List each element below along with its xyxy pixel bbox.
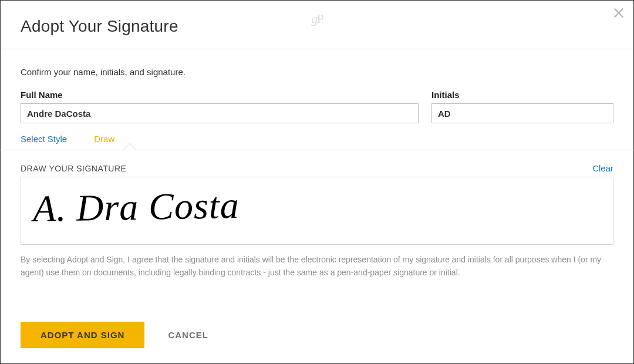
clear-link[interactable]: Clear [592,163,613,173]
draw-section: DRAW YOUR SIGNATURE Clear A. Dra Costa B… [1,150,633,279]
cancel-button[interactable]: CANCEL [168,330,208,340]
drawn-signature: A. Dra Costa [32,179,240,235]
fields-row: Full Name Initials [21,90,613,123]
dialog-content: Confirm your name, initials, and signatu… [1,49,633,150]
tab-draw[interactable]: Draw [94,134,114,144]
initials-input[interactable] [431,103,613,123]
signature-canvas[interactable]: A. Dra Costa [21,177,613,245]
draw-header-row: DRAW YOUR SIGNATURE Clear [21,163,613,173]
legal-disclaimer: By selecting Adopt and Sign, I agree tha… [21,253,613,279]
instruction-text: Confirm your name, initials, and signatu… [21,67,613,77]
initials-label: Initials [431,90,613,100]
dialog-title: Adopt Your Signature [21,17,613,36]
dialog-footer: ADOPT AND SIGN CANCEL [1,308,633,363]
dialog-header: Adopt Your Signature [1,1,633,49]
fullname-label: Full Name [21,90,419,100]
draw-heading: DRAW YOUR SIGNATURE [21,164,126,173]
tab-divider [0,150,634,150]
tab-select-style[interactable]: Select Style [21,134,67,144]
close-icon[interactable] [612,6,625,19]
adopt-signature-dialog: gP Adopt Your Signature Confirm your nam… [0,0,634,364]
tabs-row: Select Style Draw [21,134,613,150]
initials-field-group: Initials [431,90,613,123]
fullname-input[interactable] [21,103,419,123]
fullname-field-group: Full Name [21,90,419,123]
adopt-and-sign-button[interactable]: ADOPT AND SIGN [21,322,144,348]
